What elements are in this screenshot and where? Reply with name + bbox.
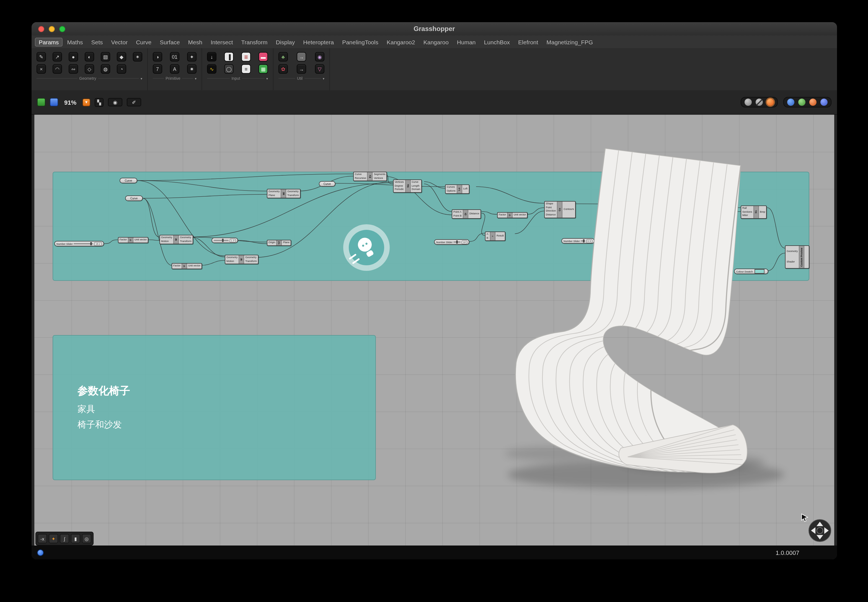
menu-tab-intersect[interactable]: Intersect (207, 37, 237, 46)
zoom-dropdown[interactable]: ▾ (83, 98, 90, 106)
gh-node-custom-preview[interactable]: GeometryShaderCustom Preview (785, 245, 809, 269)
gh-node-u[interactable]: FactorUUnit vector (497, 212, 528, 218)
gh-canvas[interactable]: 参数化椅子 家具 椅子和沙发 (34, 115, 834, 545)
menu-tab-curve[interactable]: Curve (132, 37, 155, 46)
item-list-icon[interactable]: ≡ (241, 64, 251, 74)
circle-icon[interactable]: ● (69, 52, 78, 61)
menu-tab-heteroptera[interactable]: Heteroptera (299, 37, 338, 46)
menu-tab-elefront[interactable]: Elefront (514, 37, 542, 46)
no-preview-button[interactable] (756, 98, 763, 106)
mesh-icon[interactable]: ✶ (133, 52, 142, 61)
text-icon[interactable]: A (170, 64, 179, 74)
gh-node-m[interactable]: GeometryMotionMGeometryTransform (159, 235, 193, 244)
paint-tool-button[interactable]: ✐ (127, 98, 141, 106)
menu-tab-maths[interactable]: Maths (63, 37, 87, 46)
group-expand-icon[interactable]: ▾ (195, 77, 196, 80)
gh-node-mi[interactable]: GeometryPlaneMiGeometryTransform (267, 189, 301, 198)
cone-icon[interactable]: ◔ (117, 64, 126, 74)
gh-node-colour-swatch[interactable]: Colour Swatch (734, 269, 768, 274)
relay-icon[interactable]: → (297, 52, 306, 61)
gh-node-curve[interactable]: Curve (319, 181, 336, 187)
gh-node-lo[interactable]: CurvesOptionsLoLoft (445, 184, 469, 194)
view-compass[interactable] (808, 518, 832, 543)
menu-tab-params[interactable]: Params (35, 37, 63, 46)
arc-icon[interactable]: ◠ (52, 64, 62, 74)
flask-icon[interactable]: ▽ (315, 64, 324, 74)
gh-node-number-slider[interactable]: Number Slider0.5 (561, 238, 595, 244)
gh-node-yz[interactable]: OriginYZPlane (267, 240, 291, 246)
loop-widget-button[interactable]: ◎ (82, 534, 91, 543)
gh-node-mini[interactable]: 1.0 (212, 238, 238, 243)
orange-display-button[interactable] (809, 98, 816, 106)
knob-icon[interactable]: ◯ (224, 64, 234, 74)
menu-tab-display[interactable]: Display (272, 37, 299, 46)
gradient-widget-button[interactable]: ✦ (49, 534, 58, 543)
gh-node-number-slider[interactable]: Number Slider10 (434, 239, 469, 245)
sphere-icon[interactable]: ◍ (101, 64, 110, 74)
curve-icon[interactable]: ∾ (69, 64, 78, 74)
menu-tab-lunchbox[interactable]: LunchBox (480, 37, 514, 46)
blue-display-button[interactable] (787, 98, 794, 106)
gh-node-nu[interactable]: VerticesDegreePeriodicNuCurveLengthDomai… (393, 180, 422, 193)
menu-tab-human[interactable]: Human (453, 37, 480, 46)
gh-group-region-1[interactable] (52, 172, 809, 281)
complex-icon[interactable]: ✷ (187, 64, 196, 74)
plane-icon[interactable]: ◇ (85, 64, 94, 74)
panel-icon[interactable]: ▐ (224, 52, 234, 61)
group-expand-icon[interactable]: ▾ (323, 77, 324, 80)
tree-icon[interactable]: ♣ (278, 52, 288, 61)
surface-icon[interactable]: ▨ (101, 52, 110, 61)
save-document-button[interactable] (50, 98, 58, 106)
import-icon[interactable]: ↓ (207, 52, 216, 61)
expression-widget-button[interactable]: -x (38, 534, 47, 543)
boolean-icon[interactable]: ◑ (153, 52, 162, 61)
new-document-button[interactable] (37, 98, 45, 106)
menu-tab-panelingtools[interactable]: PanelingTools (338, 37, 382, 46)
gh-node-number-slider[interactable]: Number Slider19.2 (54, 241, 104, 246)
gh-node-ex[interactable]: CurveRecursiveExSegmentsVertices (353, 172, 387, 181)
graph-mapper-icon[interactable]: ∿ (207, 64, 216, 74)
menu-tab-sets[interactable]: Sets (87, 37, 107, 46)
gh-node-÷[interactable]: AB÷Result (485, 232, 505, 241)
menu-tab-transform[interactable]: Transform (238, 37, 271, 46)
vector-icon[interactable]: ↗ (52, 52, 62, 61)
indigo-display-button[interactable] (820, 98, 828, 106)
cherry-picker-icon[interactable]: ✿ (278, 64, 288, 74)
number-icon[interactable]: 7 (153, 64, 162, 74)
gh-node-u[interactable]: FactorUUnit vector (118, 237, 148, 243)
wireframe-preview-button[interactable] (745, 98, 752, 106)
gh-node-curve[interactable]: Curve (125, 195, 143, 201)
menu-tab-vector[interactable]: Vector (107, 37, 132, 46)
gh-node-m[interactable]: GeometryMotionMGeometryTransform (225, 255, 259, 264)
sketch-icon[interactable]: ✎ (37, 52, 46, 61)
preview-mode-button[interactable]: ◉ (108, 98, 122, 106)
profiler-widget-button[interactable]: ∫ (60, 534, 69, 543)
jump-icon[interactable]: ◉ (315, 52, 324, 61)
menu-tab-kangaroo[interactable]: Kangaroo (420, 37, 452, 46)
shaded-preview-button[interactable] (767, 98, 774, 106)
menu-tab-magnetizing_fpg[interactable]: Magnetizing_FPG (543, 37, 597, 46)
gradient-icon[interactable]: ▦ (259, 64, 268, 74)
group-expand-icon[interactable]: ▾ (266, 77, 268, 80)
notes-icon[interactable]: ≣ (241, 52, 251, 61)
point-prim-icon[interactable]: ✦ (187, 52, 196, 61)
gh-node-co[interactable]: ShapePointDirectionDistanceCoContours (544, 201, 576, 218)
gh-node-u[interactable]: FactorUUnit vector (172, 263, 202, 269)
green-display-button[interactable] (798, 98, 805, 106)
zoom-extents-button[interactable]: ▚ (95, 98, 104, 107)
menu-tab-kangaroo2[interactable]: Kangaroo2 (383, 37, 419, 46)
lightbulb-widget[interactable] (342, 223, 391, 272)
gh-node-curve[interactable]: Curve (120, 178, 137, 183)
menu-tab-mesh[interactable]: Mesh (184, 37, 206, 46)
ellipse-icon[interactable]: ◐ (85, 52, 94, 61)
panel-widget-button[interactable]: ▮ (71, 534, 80, 543)
null-item-icon[interactable]: × (37, 64, 46, 74)
md-slider-icon[interactable]: ▬ (259, 52, 268, 61)
gh-node-di[interactable]: Point APoint BDiDistance (452, 209, 481, 219)
gh-node-s1[interactable]: RailSectionsMiterS1Brep (741, 206, 767, 219)
menu-tab-surface[interactable]: Surface (156, 37, 184, 46)
data-dam-icon[interactable]: → (297, 64, 306, 74)
box-icon[interactable]: ◆ (117, 52, 126, 61)
integer-icon[interactable]: 01 (170, 52, 179, 61)
group-expand-icon[interactable]: ▾ (141, 77, 142, 80)
